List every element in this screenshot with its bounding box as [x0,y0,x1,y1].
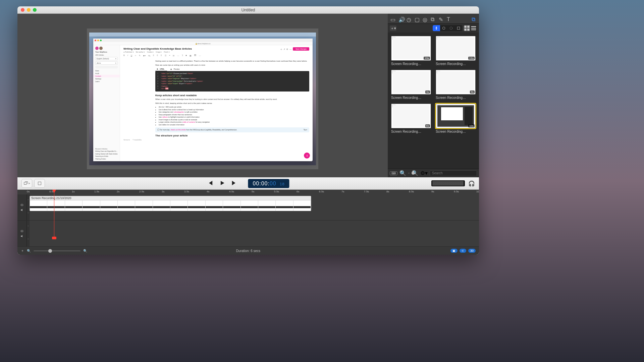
playhead[interactable] [54,190,54,239]
svg-rect-8 [471,28,476,29]
headphones-icon[interactable]: 🎧 [468,180,475,187]
timecode: 00:00:00 18 [248,179,289,188]
help-fab-icon: ☰ [304,153,310,159]
svg-point-14 [21,231,22,232]
media-library: ▭ 🔊 ◷ ▢ ◎ ⧉ ✎ T ⧉ ＋▾ [388,14,479,177]
group-icon[interactable]: ⧉ [472,16,476,21]
svg-point-12 [21,204,22,205]
thumb-size-slider[interactable] [408,173,410,174]
doc-title: Writing Clear and Digestible Knowledge B… [123,47,192,50]
crop-button[interactable] [34,179,45,188]
app-window: Untitled 🔒 demo.helpdocs.io [17,6,479,255]
audio-meter [431,180,465,186]
library-filter-segment[interactable] [433,25,462,31]
speaker-icon[interactable] [20,234,24,238]
add-media-button[interactable]: ＋▾ [390,25,396,31]
skip-back-button[interactable] [207,180,213,187]
svg-rect-4 [467,26,469,28]
video-icon[interactable]: ▭ [390,16,395,21]
svg-rect-5 [465,28,467,31]
eye-icon[interactable] [20,203,24,207]
library-search-input[interactable] [430,170,477,176]
library-clip[interactable]: 11s Screen Recording… [436,36,476,66]
audio-icon[interactable]: 🔊 [398,16,403,21]
library-clip[interactable]: 19s Screen Recording… [391,36,431,66]
annotate-icon[interactable]: ✎ [439,16,443,21]
svg-rect-6 [467,28,469,31]
magnet-button[interactable]: ⊂ [460,249,466,253]
export-button[interactable]: ▣ [450,249,458,253]
text-icon[interactable]: T [447,16,451,21]
svg-rect-10 [38,182,41,185]
svg-rect-3 [465,26,467,28]
timeline-clip[interactable]: Screen Recording 21/10/2020 [30,196,311,211]
zoom-slider[interactable] [34,250,80,251]
screen-icon[interactable]: ▢ [415,16,419,21]
link-icon[interactable]: ⧉ [431,16,435,21]
pointer-icon[interactable]: ◎ [423,16,427,21]
duration-label: Duration: 6 secs [236,249,260,253]
svg-rect-7 [471,26,476,27]
library-clip[interactable]: 9s Screen Recording… [436,70,476,100]
svg-rect-2 [457,27,460,29]
speaker-icon[interactable] [20,208,24,212]
svg-rect-9 [471,29,476,31]
canvas-area[interactable]: 🔒 demo.helpdocs.io Your HelpDocs 150 Art… [17,14,388,177]
timeline-panel: » 00:00:00 18 🎧 0s0.5s1s1.5s2s2.5s3s3.5s… [17,177,479,255]
play-button[interactable] [219,180,225,187]
library-clip[interactable]: 10s Screen Recording… [436,104,476,133]
recorded-desktop: 🔒 demo.helpdocs.io Your HelpDocs 150 Art… [89,33,316,165]
eye-icon[interactable] [20,229,24,233]
layers-button[interactable]: » [21,179,32,188]
skip-forward-button[interactable] [231,180,237,187]
svg-point-0 [442,27,445,29]
save-button: Save Changes [293,47,309,51]
zoom-in-icon[interactable]: 🔍 [83,249,87,253]
address-bar: 🔒 demo.helpdocs.io [93,42,313,45]
add-track-button[interactable]: ＋ [21,248,24,253]
recorded-browser-window: 🔒 demo.helpdocs.io Your HelpDocs 150 Art… [93,39,313,161]
time-ruler[interactable]: 0s0.5s1s1.5s2s2.5s3s3.5s4s4.5s5s5.5s6s6.… [17,190,479,194]
svg-point-1 [450,27,452,29]
timer-icon[interactable]: ◷ [407,16,411,21]
zoom-out-icon[interactable]: 🔍 [27,249,31,253]
window-title: Untitled [17,8,479,12]
library-clip[interactable]: 3s Screen Recording… [391,70,431,100]
keyboard-icon[interactable]: ⌨ [390,171,397,175]
library-view-segment[interactable] [464,25,477,31]
snap-button[interactable]: 30 [468,249,476,253]
library-clip[interactable]: 6s Screen Recording… [391,104,431,133]
canvas-frame: 🔒 demo.helpdocs.io Your HelpDocs 150 Art… [87,28,318,169]
code-block: 1 <label for="lvl">Choose your level:</l… [155,71,309,92]
titlebar: Untitled [17,6,479,14]
search-icon: 🔍 [399,170,406,176]
gear-icon[interactable]: ⚙▾ [420,170,428,176]
